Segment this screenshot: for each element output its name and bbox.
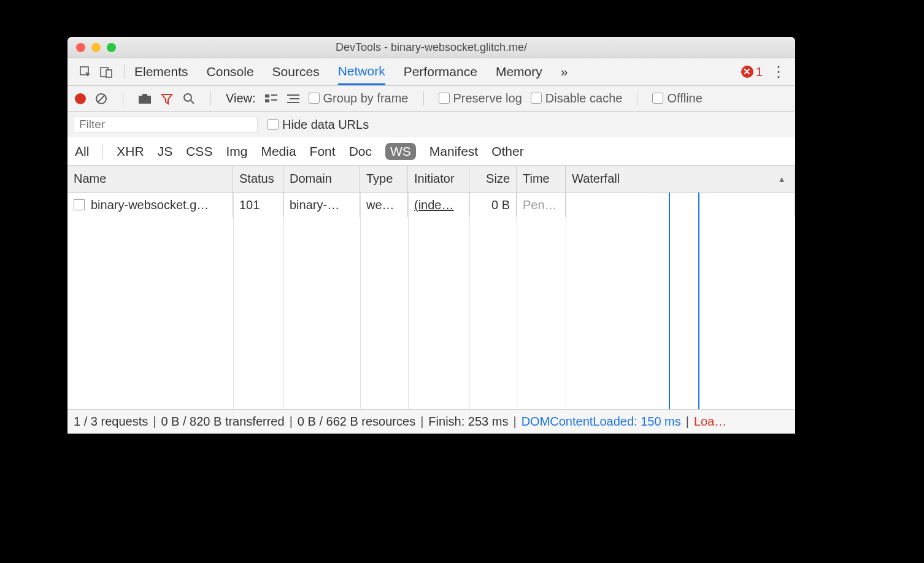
sort-asc-icon: ▲ — [777, 174, 786, 184]
preserve-log-checkbox[interactable]: Preserve log — [439, 91, 522, 105]
chip-manifest[interactable]: Manifest — [429, 144, 478, 159]
footer-load: Loa… — [694, 415, 726, 429]
cell-initiator[interactable]: (inde… — [414, 198, 453, 212]
svg-rect-13 — [287, 94, 299, 96]
filter-icon[interactable] — [160, 93, 174, 105]
chip-doc[interactable]: Doc — [349, 144, 372, 159]
network-toolbar: View: Group by frame Preserve log Disabl… — [67, 86, 795, 112]
footer-resources: 0 B / 662 B resources — [298, 415, 415, 429]
col-status[interactable]: Status — [233, 166, 283, 192]
separator — [210, 91, 211, 106]
chip-other[interactable]: Other — [491, 144, 524, 159]
main-tabs: Elements Console Sources Network Perform… — [67, 58, 795, 86]
search-icon[interactable] — [182, 93, 196, 105]
cell-waterfall — [566, 193, 795, 217]
col-type[interactable]: Type — [360, 166, 408, 192]
cell-domain: binary-… — [283, 193, 360, 217]
tab-sources[interactable]: Sources — [272, 58, 320, 85]
svg-rect-5 — [139, 96, 151, 104]
table-row[interactable]: binary-websocket.g… 101 binary-… we… (in… — [67, 193, 795, 217]
chip-xhr[interactable]: XHR — [117, 144, 144, 159]
clear-icon[interactable] — [94, 93, 108, 105]
cell-type: we… — [360, 193, 408, 217]
cell-size: 0 B — [469, 193, 517, 217]
col-size[interactable]: Size — [469, 166, 517, 192]
chip-css[interactable]: CSS — [186, 144, 212, 159]
filter-bar: Hide data URLs — [67, 112, 795, 137]
tab-performance[interactable]: Performance — [404, 58, 477, 85]
separator — [123, 91, 123, 106]
grid-body: binary-websocket.g… 101 binary-… we… (in… — [67, 193, 795, 409]
grid-header: Name Status Domain Type Initiator Size T… — [67, 166, 795, 193]
footer-transferred: 0 B / 820 B transferred — [161, 415, 284, 429]
separator — [637, 91, 637, 106]
tabs-overflow[interactable]: » — [561, 58, 568, 85]
tab-console[interactable]: Console — [207, 58, 254, 85]
col-initiator[interactable]: Initiator — [408, 166, 469, 192]
footer-requests: 1 / 3 requests — [74, 415, 148, 429]
col-domain[interactable]: Domain — [283, 166, 360, 192]
file-icon — [74, 199, 85, 210]
separator — [124, 64, 125, 79]
svg-rect-15 — [287, 102, 299, 103]
type-filter-chips: All XHR JS CSS Img Media Font Doc WS Man… — [67, 137, 795, 166]
status-footer: 1 / 3 requests| 0 B / 820 B transferred|… — [67, 409, 795, 434]
view-small-icon[interactable] — [287, 94, 300, 104]
svg-rect-10 — [271, 94, 277, 96]
view-large-icon[interactable] — [264, 94, 278, 104]
chip-ws[interactable]: WS — [385, 143, 416, 160]
error-icon: ✕ — [741, 66, 753, 78]
screenshot-icon[interactable] — [138, 93, 152, 104]
view-label: View: — [226, 91, 256, 105]
cell-time: Pen… — [517, 193, 566, 217]
more-menu-icon[interactable]: ⋮ — [771, 63, 785, 80]
tab-network[interactable]: Network — [338, 58, 385, 85]
chip-js[interactable]: JS — [158, 144, 173, 159]
group-by-frame-checkbox[interactable]: Group by frame — [309, 91, 409, 105]
col-waterfall[interactable]: Waterfall ▲ — [566, 166, 795, 192]
error-count: 1 — [756, 65, 763, 79]
tab-memory[interactable]: Memory — [496, 58, 542, 85]
tab-elements[interactable]: Elements — [134, 58, 188, 85]
offline-checkbox[interactable]: Offline — [652, 91, 702, 105]
svg-rect-14 — [290, 98, 299, 99]
hide-data-urls-checkbox[interactable]: Hide data URLs — [268, 118, 369, 132]
svg-rect-2 — [106, 70, 112, 77]
devtools-window: DevTools - binary-websocket.glitch.me/ E… — [67, 37, 795, 434]
col-time[interactable]: Time — [517, 166, 566, 192]
footer-dcl: DOMContentLoaded: 150 ms — [522, 415, 681, 429]
chip-font[interactable]: Font — [310, 144, 336, 159]
inspect-element-icon[interactable] — [79, 66, 92, 78]
disable-cache-checkbox[interactable]: Disable cache — [531, 91, 623, 105]
chip-media[interactable]: Media — [261, 144, 296, 159]
svg-point-7 — [184, 94, 191, 101]
svg-line-4 — [98, 95, 105, 102]
separator — [423, 91, 424, 106]
chip-all[interactable]: All — [75, 144, 89, 159]
svg-rect-11 — [265, 99, 269, 102]
cell-name: binary-websocket.g… — [91, 198, 209, 212]
device-toolbar-icon[interactable] — [99, 66, 113, 78]
dcl-marker — [669, 193, 670, 409]
load-marker — [698, 193, 699, 409]
svg-line-8 — [191, 101, 194, 104]
titlebar: DevTools - binary-websocket.glitch.me/ — [67, 37, 795, 58]
chip-img[interactable]: Img — [226, 144, 247, 159]
filter-input[interactable] — [74, 116, 258, 133]
cell-status: 101 — [233, 193, 283, 217]
record-icon[interactable] — [75, 93, 86, 104]
svg-rect-12 — [271, 99, 277, 101]
svg-rect-6 — [142, 94, 147, 96]
svg-rect-9 — [265, 94, 269, 98]
error-badge[interactable]: ✕ 1 — [741, 65, 763, 79]
footer-finish: Finish: 253 ms — [428, 415, 508, 429]
col-name[interactable]: Name — [67, 166, 233, 192]
window-title: DevTools - binary-websocket.glitch.me/ — [67, 41, 795, 54]
requests-grid: Name Status Domain Type Initiator Size T… — [67, 166, 795, 409]
